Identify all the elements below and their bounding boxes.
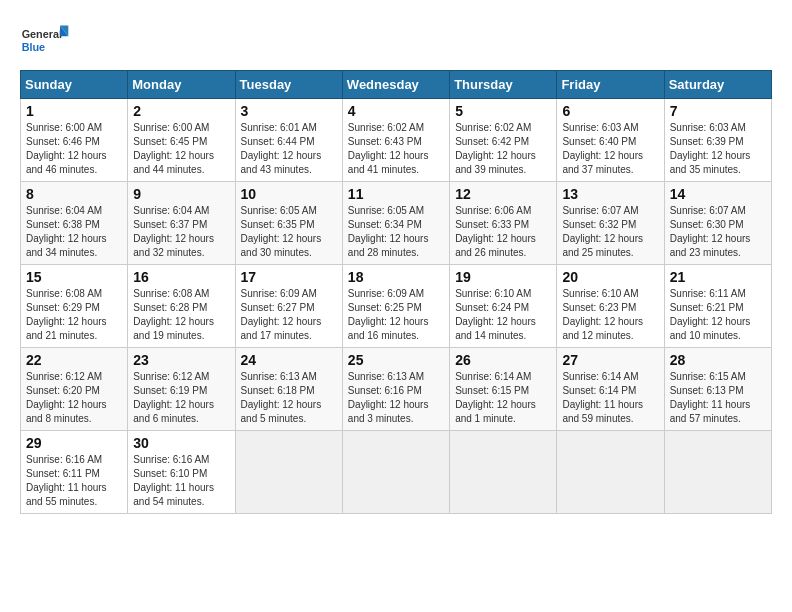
day-info: Sunrise: 6:04 AMSunset: 6:38 PMDaylight:…: [26, 205, 107, 258]
day-number: 6: [562, 103, 658, 119]
day-number: 26: [455, 352, 551, 368]
calendar-day-29: 29 Sunrise: 6:16 AMSunset: 6:11 PMDaylig…: [21, 431, 128, 514]
weekday-header-wednesday: Wednesday: [342, 71, 449, 99]
day-info: Sunrise: 6:00 AMSunset: 6:45 PMDaylight:…: [133, 122, 214, 175]
day-info: Sunrise: 6:12 AMSunset: 6:19 PMDaylight:…: [133, 371, 214, 424]
calendar-day-13: 13 Sunrise: 6:07 AMSunset: 6:32 PMDaylig…: [557, 182, 664, 265]
calendar-day-30: 30 Sunrise: 6:16 AMSunset: 6:10 PMDaylig…: [128, 431, 235, 514]
day-info: Sunrise: 6:07 AMSunset: 6:32 PMDaylight:…: [562, 205, 643, 258]
calendar-day-21: 21 Sunrise: 6:11 AMSunset: 6:21 PMDaylig…: [664, 265, 771, 348]
day-info: Sunrise: 6:01 AMSunset: 6:44 PMDaylight:…: [241, 122, 322, 175]
day-number: 16: [133, 269, 229, 285]
calendar-day-24: 24 Sunrise: 6:13 AMSunset: 6:18 PMDaylig…: [235, 348, 342, 431]
day-number: 29: [26, 435, 122, 451]
day-info: Sunrise: 6:10 AMSunset: 6:23 PMDaylight:…: [562, 288, 643, 341]
day-number: 30: [133, 435, 229, 451]
day-number: 19: [455, 269, 551, 285]
calendar-day-1: 1 Sunrise: 6:00 AMSunset: 6:46 PMDayligh…: [21, 99, 128, 182]
calendar: SundayMondayTuesdayWednesdayThursdayFrid…: [20, 70, 772, 514]
day-number: 18: [348, 269, 444, 285]
day-info: Sunrise: 6:13 AMSunset: 6:18 PMDaylight:…: [241, 371, 322, 424]
day-info: Sunrise: 6:14 AMSunset: 6:15 PMDaylight:…: [455, 371, 536, 424]
empty-cell: [450, 431, 557, 514]
day-number: 11: [348, 186, 444, 202]
calendar-day-8: 8 Sunrise: 6:04 AMSunset: 6:38 PMDayligh…: [21, 182, 128, 265]
calendar-week-4: 22 Sunrise: 6:12 AMSunset: 6:20 PMDaylig…: [21, 348, 772, 431]
weekday-header-sunday: Sunday: [21, 71, 128, 99]
day-info: Sunrise: 6:03 AMSunset: 6:39 PMDaylight:…: [670, 122, 751, 175]
day-number: 15: [26, 269, 122, 285]
day-info: Sunrise: 6:11 AMSunset: 6:21 PMDaylight:…: [670, 288, 751, 341]
calendar-day-5: 5 Sunrise: 6:02 AMSunset: 6:42 PMDayligh…: [450, 99, 557, 182]
day-info: Sunrise: 6:13 AMSunset: 6:16 PMDaylight:…: [348, 371, 429, 424]
day-number: 25: [348, 352, 444, 368]
day-number: 28: [670, 352, 766, 368]
svg-text:General: General: [22, 28, 62, 40]
day-number: 22: [26, 352, 122, 368]
calendar-day-3: 3 Sunrise: 6:01 AMSunset: 6:44 PMDayligh…: [235, 99, 342, 182]
weekday-header-friday: Friday: [557, 71, 664, 99]
calendar-day-25: 25 Sunrise: 6:13 AMSunset: 6:16 PMDaylig…: [342, 348, 449, 431]
day-number: 21: [670, 269, 766, 285]
day-number: 2: [133, 103, 229, 119]
day-info: Sunrise: 6:15 AMSunset: 6:13 PMDaylight:…: [670, 371, 751, 424]
calendar-day-10: 10 Sunrise: 6:05 AMSunset: 6:35 PMDaylig…: [235, 182, 342, 265]
weekday-header-tuesday: Tuesday: [235, 71, 342, 99]
day-info: Sunrise: 6:05 AMSunset: 6:34 PMDaylight:…: [348, 205, 429, 258]
empty-cell: [235, 431, 342, 514]
day-number: 14: [670, 186, 766, 202]
calendar-day-27: 27 Sunrise: 6:14 AMSunset: 6:14 PMDaylig…: [557, 348, 664, 431]
header: General Blue: [20, 20, 772, 60]
calendar-day-2: 2 Sunrise: 6:00 AMSunset: 6:45 PMDayligh…: [128, 99, 235, 182]
day-info: Sunrise: 6:00 AMSunset: 6:46 PMDaylight:…: [26, 122, 107, 175]
calendar-day-12: 12 Sunrise: 6:06 AMSunset: 6:33 PMDaylig…: [450, 182, 557, 265]
day-info: Sunrise: 6:08 AMSunset: 6:28 PMDaylight:…: [133, 288, 214, 341]
day-number: 24: [241, 352, 337, 368]
day-number: 17: [241, 269, 337, 285]
empty-cell: [557, 431, 664, 514]
weekday-header-thursday: Thursday: [450, 71, 557, 99]
calendar-day-26: 26 Sunrise: 6:14 AMSunset: 6:15 PMDaylig…: [450, 348, 557, 431]
calendar-day-6: 6 Sunrise: 6:03 AMSunset: 6:40 PMDayligh…: [557, 99, 664, 182]
day-info: Sunrise: 6:16 AMSunset: 6:11 PMDaylight:…: [26, 454, 107, 507]
calendar-week-3: 15 Sunrise: 6:08 AMSunset: 6:29 PMDaylig…: [21, 265, 772, 348]
calendar-day-19: 19 Sunrise: 6:10 AMSunset: 6:24 PMDaylig…: [450, 265, 557, 348]
day-number: 23: [133, 352, 229, 368]
day-info: Sunrise: 6:10 AMSunset: 6:24 PMDaylight:…: [455, 288, 536, 341]
day-number: 13: [562, 186, 658, 202]
day-number: 10: [241, 186, 337, 202]
day-info: Sunrise: 6:14 AMSunset: 6:14 PMDaylight:…: [562, 371, 643, 424]
day-info: Sunrise: 6:03 AMSunset: 6:40 PMDaylight:…: [562, 122, 643, 175]
day-number: 27: [562, 352, 658, 368]
calendar-day-28: 28 Sunrise: 6:15 AMSunset: 6:13 PMDaylig…: [664, 348, 771, 431]
day-info: Sunrise: 6:07 AMSunset: 6:30 PMDaylight:…: [670, 205, 751, 258]
day-number: 1: [26, 103, 122, 119]
day-number: 5: [455, 103, 551, 119]
empty-cell: [664, 431, 771, 514]
weekday-header-monday: Monday: [128, 71, 235, 99]
day-info: Sunrise: 6:16 AMSunset: 6:10 PMDaylight:…: [133, 454, 214, 507]
day-number: 3: [241, 103, 337, 119]
calendar-day-16: 16 Sunrise: 6:08 AMSunset: 6:28 PMDaylig…: [128, 265, 235, 348]
calendar-day-4: 4 Sunrise: 6:02 AMSunset: 6:43 PMDayligh…: [342, 99, 449, 182]
day-number: 20: [562, 269, 658, 285]
day-info: Sunrise: 6:04 AMSunset: 6:37 PMDaylight:…: [133, 205, 214, 258]
calendar-day-20: 20 Sunrise: 6:10 AMSunset: 6:23 PMDaylig…: [557, 265, 664, 348]
day-number: 9: [133, 186, 229, 202]
calendar-day-15: 15 Sunrise: 6:08 AMSunset: 6:29 PMDaylig…: [21, 265, 128, 348]
day-number: 4: [348, 103, 444, 119]
svg-text:Blue: Blue: [22, 41, 45, 53]
day-info: Sunrise: 6:05 AMSunset: 6:35 PMDaylight:…: [241, 205, 322, 258]
day-info: Sunrise: 6:02 AMSunset: 6:42 PMDaylight:…: [455, 122, 536, 175]
weekday-header-saturday: Saturday: [664, 71, 771, 99]
day-number: 12: [455, 186, 551, 202]
calendar-day-9: 9 Sunrise: 6:04 AMSunset: 6:37 PMDayligh…: [128, 182, 235, 265]
day-info: Sunrise: 6:06 AMSunset: 6:33 PMDaylight:…: [455, 205, 536, 258]
calendar-day-23: 23 Sunrise: 6:12 AMSunset: 6:19 PMDaylig…: [128, 348, 235, 431]
logo: General Blue: [20, 20, 72, 60]
calendar-day-22: 22 Sunrise: 6:12 AMSunset: 6:20 PMDaylig…: [21, 348, 128, 431]
day-info: Sunrise: 6:09 AMSunset: 6:27 PMDaylight:…: [241, 288, 322, 341]
day-number: 7: [670, 103, 766, 119]
calendar-week-5: 29 Sunrise: 6:16 AMSunset: 6:11 PMDaylig…: [21, 431, 772, 514]
day-info: Sunrise: 6:09 AMSunset: 6:25 PMDaylight:…: [348, 288, 429, 341]
